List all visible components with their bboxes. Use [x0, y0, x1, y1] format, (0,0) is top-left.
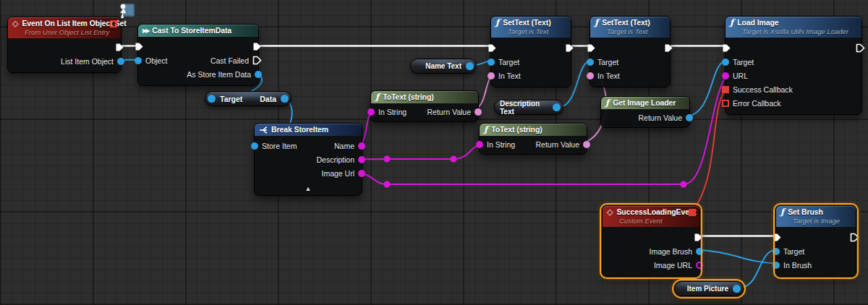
node-get-name-text[interactable]: Name Text	[410, 59, 477, 74]
node-set-brush[interactable]: ƒ Set Brush Target is Image Target	[775, 205, 856, 277]
collapse-arrow[interactable]: ▲	[255, 184, 362, 195]
node-header[interactable]: ◇ Event On List Item Object Set From Use…	[8, 17, 121, 38]
exec-in-pin[interactable]	[135, 42, 144, 51]
node-totext-name[interactable]: ƒ ToText (string) In String Return Value	[370, 90, 479, 122]
image-url-pin[interactable]: Image URL	[654, 261, 703, 270]
function-icon: ƒ	[495, 19, 499, 27]
exec-in-pin[interactable]	[488, 43, 497, 53]
exec-out-pin[interactable]	[856, 43, 865, 53]
delegate-pin-icon	[722, 100, 729, 107]
return-value-pin[interactable]: Return Value	[427, 108, 482, 116]
image-url-pin[interactable]: Image Url	[321, 169, 365, 178]
object-pin-icon[interactable]	[466, 62, 474, 70]
exec-out-pin[interactable]	[252, 42, 262, 51]
delegate-pin[interactable]	[110, 20, 117, 27]
exec-pin-icon	[252, 56, 262, 65]
in-brush-pin[interactable]: In Brush	[773, 261, 812, 270]
exec-pin-icon	[856, 43, 865, 53]
node-cast-to-storeitemdata[interactable]: ▶▶ Cast To StoreItemData Object Cast F	[137, 24, 259, 86]
exec-pin-icon	[722, 43, 731, 53]
delegate-pin-icon	[722, 86, 729, 93]
in-string-pin[interactable]: In String	[476, 140, 515, 149]
node-header[interactable]: ƒ Set Brush Target is Image	[776, 206, 856, 227]
object-input-pin[interactable]: Object	[135, 56, 167, 65]
as-store-item-data-pin[interactable]: As Store Item Data	[187, 70, 262, 79]
name-pin[interactable]: Name	[334, 142, 365, 150]
exec-out-pin[interactable]	[565, 43, 574, 53]
cast-failed-pin[interactable]: Cast Failed	[210, 56, 262, 65]
function-icon: ƒ	[605, 99, 609, 107]
node-success-loading-event[interactable]: ◇ SuccessLoadingEvent Custom Event Image…	[602, 205, 700, 277]
exec-in-pin[interactable]	[722, 43, 731, 53]
node-title: ToText (string)	[491, 125, 542, 134]
url-pin[interactable]: URL	[722, 72, 748, 80]
node-get-data[interactable]: Target Data	[205, 91, 292, 106]
exec-pin-icon	[587, 43, 596, 53]
node-settext-description[interactable]: ƒ SetText (Text) Target is Text Target	[590, 16, 671, 87]
node-title: Break StoreItem	[271, 125, 328, 134]
target-pin[interactable]: Target	[488, 58, 519, 66]
string-pin-icon	[696, 262, 703, 269]
object-pin-icon	[587, 59, 594, 66]
node-header[interactable]: ▶▶ Cast To StoreItemData	[138, 25, 258, 37]
break-struct-icon	[259, 126, 268, 134]
node-break-storeitem[interactable]: Break StoreItem Store Item Name Descript…	[254, 123, 362, 196]
string-pin-icon	[476, 141, 483, 148]
node-get-item-picture[interactable]: Item Picture	[674, 281, 744, 296]
exec-out-pin[interactable]	[115, 43, 124, 52]
in-text-pin[interactable]: In Text	[488, 72, 521, 80]
node-header[interactable]: ƒ Load Image Target is Xsolla Utils Imag…	[726, 17, 861, 38]
target-pin[interactable]: Target	[587, 58, 618, 66]
description-pin[interactable]: Description	[316, 155, 365, 164]
object-pin-icon[interactable]	[553, 103, 561, 111]
node-header[interactable]: Break StoreItem	[255, 124, 362, 136]
exec-pin-icon	[664, 43, 673, 53]
object-pin-icon	[255, 71, 262, 78]
exec-out-pin[interactable]	[664, 43, 673, 53]
target-pin[interactable]: Target	[773, 247, 804, 256]
string-pin-icon	[358, 170, 365, 177]
in-string-pin[interactable]: In String	[367, 108, 407, 116]
node-event-on-list-item-object-set[interactable]: ◇ Event On List Item Object Set From Use…	[7, 17, 122, 73]
function-icon: ƒ	[730, 19, 733, 27]
node-header[interactable]: ƒ SetText (Text) Target is Text	[590, 17, 670, 38]
exec-pin-icon	[565, 43, 574, 53]
data-pin[interactable]: Data	[260, 95, 286, 103]
node-settext-name[interactable]: ƒ SetText (Text) Target is Text Target	[490, 16, 571, 87]
target-pin[interactable]: Target	[722, 58, 754, 66]
node-header[interactable]: ƒ SetText (Text) Target is Text	[491, 17, 571, 38]
function-icon: ƒ	[595, 19, 598, 27]
node-totext-description[interactable]: ƒ ToText (string) In String Return Value	[479, 123, 587, 155]
exec-pin-icon	[694, 233, 703, 242]
exec-in-pin[interactable]	[587, 43, 596, 53]
object-pin-icon	[773, 248, 780, 255]
node-header[interactable]: ƒ ToText (string)	[480, 124, 587, 136]
exec-in-pin[interactable]	[773, 233, 782, 242]
cast-icon: ▶▶	[142, 27, 148, 35]
exec-out-pin[interactable]	[850, 233, 859, 242]
node-header[interactable]: ƒ Get Image Loader	[601, 97, 689, 109]
list-item-object-pin[interactable]: List Item Object	[61, 57, 124, 66]
event-icon: ◇	[607, 208, 613, 216]
success-callback-pin[interactable]: Success Callback	[722, 85, 793, 94]
node-get-image-loader[interactable]: ƒ Get Image Loader Return Value	[600, 96, 690, 128]
node-title: ToText (string)	[383, 93, 433, 102]
return-value-pin[interactable]: Return Value	[638, 113, 693, 122]
delegate-pin[interactable]	[689, 209, 696, 216]
exec-pin-icon	[252, 42, 262, 51]
target-pin[interactable]: Target	[210, 95, 242, 103]
node-header[interactable]: ƒ ToText (string)	[371, 91, 478, 103]
blueprint-graph-canvas[interactable]: ◇ Event On List Item Object Set From Use…	[0, 0, 868, 305]
node-load-image[interactable]: ƒ Load Image Target is Xsolla Utils Imag…	[725, 16, 862, 115]
error-callback-pin[interactable]: Error Callback	[722, 99, 781, 108]
string-pin-icon	[722, 72, 729, 80]
exec-out-pin[interactable]	[694, 233, 703, 242]
store-item-pin[interactable]: Store Item	[251, 142, 297, 150]
node-header[interactable]: ◇ SuccessLoadingEvent Custom Event	[603, 206, 699, 227]
node-get-description-text[interactable]: Description Text	[494, 100, 563, 115]
string-pin-icon	[358, 142, 365, 150]
object-pin-icon[interactable]	[733, 285, 741, 293]
image-brush-pin[interactable]: Image Brush	[649, 247, 703, 256]
in-text-pin[interactable]: In Text	[587, 72, 620, 80]
return-value-pin[interactable]: Return Value	[535, 140, 590, 149]
